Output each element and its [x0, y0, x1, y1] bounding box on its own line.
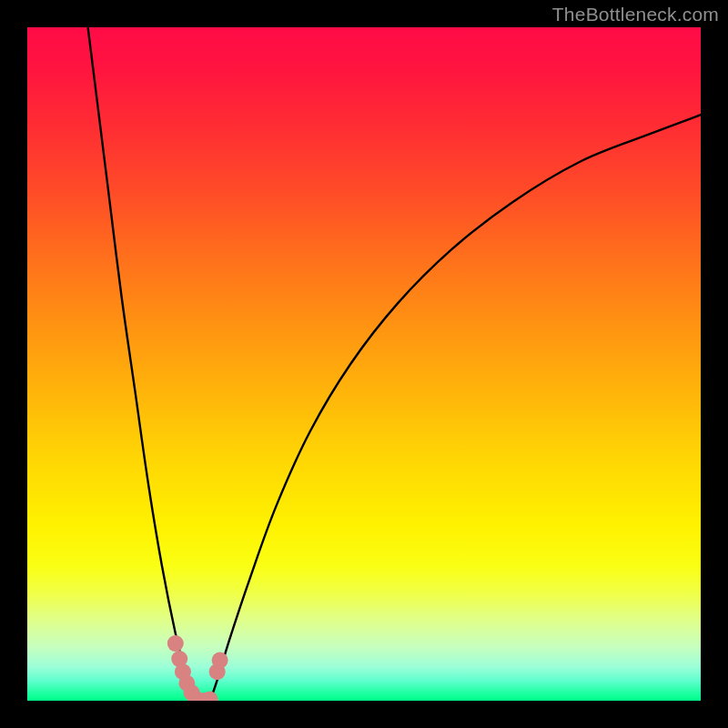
bottleneck-curve	[88, 27, 701, 701]
watermark-text: TheBottleneck.com	[552, 4, 719, 25]
data-marker	[212, 652, 228, 669]
plot-area	[27, 27, 701, 701]
curve-right-branch	[209, 115, 701, 701]
data-marker	[167, 635, 184, 652]
curves-svg	[27, 27, 701, 701]
curve-left-branch	[88, 27, 198, 701]
chart-frame: TheBottleneck.com	[0, 0, 728, 728]
marker-group	[167, 635, 228, 701]
